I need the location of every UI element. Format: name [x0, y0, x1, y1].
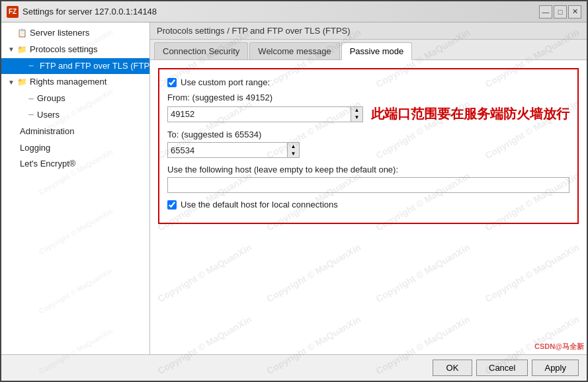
tab-connection-security[interactable]: Connection Security — [154, 42, 248, 59]
tabs: Connection Security Welcome message Pass… — [150, 40, 587, 60]
sidebar-item-lets-encrypt[interactable]: Let's Encrypt® — [1, 156, 149, 172]
sidebar-item-groups[interactable]: ─ Groups — [1, 91, 149, 107]
tab-welcome-message[interactable]: Welcome message — [249, 42, 339, 59]
sidebar-item-users[interactable]: ─ Users — [1, 107, 149, 124]
sidebar-item-protocols-settings[interactable]: ▼ 📁 Protocols settings — [1, 42, 149, 58]
sidebar-item-rights-management[interactable]: ▼ 📁 Rights management — [1, 74, 149, 91]
expand-icon: ─ — [26, 61, 36, 71]
expand-icon: ▼ — [7, 45, 16, 54]
expand-icon: ▼ — [7, 78, 16, 87]
csdn-badge: CSDN@马全新 — [534, 342, 584, 352]
sidebar-item-logging[interactable]: Logging — [1, 140, 149, 157]
expand-icon — [7, 127, 16, 136]
to-down-button[interactable]: ▼ — [288, 150, 299, 157]
sidebar-item-ftp-tls[interactable]: ─ FTP and FTP over TLS (FTPS — [1, 58, 149, 75]
panel-content: Use custom port range: From: (suggested … — [150, 60, 587, 354]
from-up-button[interactable]: ▲ — [351, 107, 362, 114]
folder-icon: 📁 — [17, 76, 27, 89]
expand-icon: ─ — [26, 110, 36, 120]
from-down-button[interactable]: ▼ — [351, 114, 362, 122]
tab-passive-mode[interactable]: Passive mode — [341, 42, 413, 60]
wm: Copyright © MaQuanXin — [1, 169, 150, 295]
window-title: Settings for server 127.0.0.1:14148 — [22, 7, 539, 17]
annotation-text: 此端口范围要在服务端防火墙放行 — [371, 105, 569, 123]
wm: Copyright © MaQuanXin — [1, 287, 150, 354]
expand-icon — [7, 28, 16, 38]
use-custom-port-range-checkbox[interactable] — [167, 78, 177, 87]
expand-icon — [7, 160, 16, 169]
to-input[interactable]: 65534 — [167, 142, 288, 158]
cancel-button[interactable]: Cancel — [476, 360, 528, 376]
from-input[interactable]: 49152 — [167, 106, 351, 122]
close-button[interactable]: ✕ — [568, 5, 581, 19]
content-area: 📋 Server listeners ▼ 📁 Protocols setting… — [1, 22, 587, 354]
to-label: To: (suggested is 65534) — [167, 130, 569, 139]
use-custom-port-range-label: Use custom port range: — [181, 77, 270, 87]
folder-icon: 📋 — [17, 27, 27, 40]
host-label: Use the following host (leave empty to k… — [167, 165, 569, 174]
sidebar-item-administration[interactable]: Administration — [1, 124, 149, 140]
wm: Copyright © MaQuanXin — [1, 228, 150, 354]
window-controls: — □ ✕ — [539, 5, 581, 19]
ok-button[interactable]: OK — [433, 360, 472, 376]
sidebar-item-server-listeners[interactable]: 📋 Server listeners — [1, 25, 149, 42]
from-spinner: ▲ ▼ — [351, 106, 363, 122]
title-bar: FZ Settings for server 127.0.0.1:14148 —… — [1, 1, 587, 22]
maximize-button[interactable]: □ — [554, 5, 567, 19]
sidebar: 📋 Server listeners ▼ 📁 Protocols setting… — [1, 22, 150, 354]
default-host-label: Use the default host for local connectio… — [181, 200, 338, 210]
apply-button[interactable]: Apply — [532, 360, 579, 376]
bottom-bar: OK Cancel Apply — [1, 354, 587, 381]
app-icon: FZ — [7, 6, 19, 18]
use-custom-port-range-row: Use custom port range: — [167, 77, 569, 87]
settings-window: FZ Settings for server 127.0.0.1:14148 —… — [0, 0, 588, 382]
default-host-checkbox[interactable] — [167, 200, 177, 210]
to-spinner: ▲ ▼ — [288, 142, 300, 158]
right-panel: Protocols settings / FTP and FTP over TL… — [150, 22, 587, 354]
minimize-button[interactable]: — — [539, 5, 552, 19]
folder-icon: 📁 — [17, 44, 27, 56]
host-input[interactable] — [167, 177, 569, 193]
passive-mode-section: Use custom port range: From: (suggested … — [158, 68, 579, 224]
to-up-button[interactable]: ▲ — [288, 143, 299, 150]
expand-icon — [7, 143, 16, 153]
from-label: From: (suggested is 49152) — [167, 93, 569, 102]
breadcrumb: Protocols settings / FTP and FTP over TL… — [150, 22, 587, 40]
default-host-row: Use the default host for local connectio… — [167, 200, 569, 210]
expand-icon: ─ — [26, 95, 36, 104]
